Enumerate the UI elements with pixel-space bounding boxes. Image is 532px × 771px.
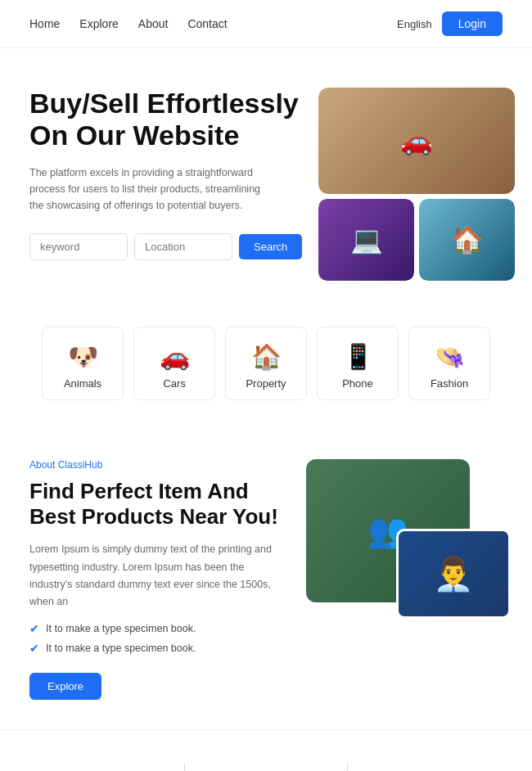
checkmark-icon-2: ✔ [29,642,39,655]
category-fashion[interactable]: 👒 Fashion [408,327,490,400]
nav-right: English Login [397,11,503,36]
nav-explore[interactable]: Explore [79,17,118,30]
check-item-1: ✔ It to make a type specimen book. [29,622,286,635]
nav-home[interactable]: Home [29,17,60,30]
fashion-label: Fashion [431,377,468,390]
hero-images: 🚗 💻 🏠 [318,88,515,281]
cars-icon: 🚗 [160,342,190,371]
location-input[interactable] [134,233,232,260]
stat-new-ads: 50K+ New ads Daily [356,763,503,771]
about-image-group: 👨‍💼 [396,529,511,619]
about-images: 👥 👨‍💼 [306,459,503,602]
hero-section: Buy/Sell Effortlessly On Our Website The… [0,48,532,310]
about-description: Lorem Ipsum is simply dummy text of the … [29,541,286,611]
hero-image-car: 🚗 [318,88,515,194]
check-item-2: ✔ It to make a type specimen book. [29,642,286,655]
house-icon: 🏠 [451,224,484,255]
keyword-input[interactable] [29,233,128,260]
fashion-icon: 👒 [435,342,465,371]
hero-search-bar: Search [29,233,302,260]
laptop-icon: 💻 [350,224,383,255]
property-icon: 🏠 [251,342,282,371]
phone-label: Phone [342,377,373,390]
about-title: Find Perfect Item And Best Products Near… [29,479,286,530]
stat-num-3: 50K+ [356,767,408,771]
about-section: About ClassiHub Find Perfect Item And Be… [0,430,532,729]
nav-about[interactable]: About [138,17,169,30]
stat-divider-1 [184,763,185,771]
check-label-2: It to make a type specimen book. [46,642,196,654]
property-label: Property [246,377,286,390]
login-button[interactable]: Login [442,11,503,36]
hero-image-house: 🏠 [419,199,515,281]
check-label-1: It to make a type specimen book. [46,623,196,634]
category-phone[interactable]: 📱 Phone [317,327,399,400]
navbar: Home Explore About Contact English Login [0,0,532,48]
nav-links: Home Explore About Contact [29,17,228,30]
hero-description: The platform excels in providing a strai… [29,165,275,214]
about-left: About ClassiHub Find Perfect Item And Be… [29,459,286,700]
language-select[interactable]: English [397,18,432,30]
hero-title: Buy/Sell Effortlessly On Our Website [29,88,302,151]
hero-image-laptop: 💻 [318,199,414,281]
category-animals[interactable]: 🐶 Animals [42,327,124,400]
car-icon: 🚗 [400,125,433,156]
stat-divider-2 [347,763,348,771]
category-property[interactable]: 🏠 Property [225,327,307,400]
stat-num-2: 250K+ [193,767,256,771]
group-icon: 👨‍💼 [433,555,474,593]
phone-icon: 📱 [343,342,373,371]
explore-button[interactable]: Explore [29,673,101,700]
stats-section: 10M+ Active Listings 250K+ Regular User … [0,729,532,771]
about-tag: About ClassiHub [29,459,286,471]
category-grid: 🐶 Animals 🚗 Cars 🏠 Property 📱 Phone 👒 Fa… [29,327,503,400]
categories-section: 🐶 Animals 🚗 Cars 🏠 Property 📱 Phone 👒 Fa… [0,310,532,430]
category-cars[interactable]: 🚗 Cars [133,327,215,400]
hero-left: Buy/Sell Effortlessly On Our Website The… [29,88,318,260]
animals-label: Animals [64,377,101,390]
search-button[interactable]: Search [239,234,302,259]
nav-contact[interactable]: Contact [187,17,227,30]
stat-active-listings: 10M+ Active Listings [29,763,176,771]
animals-icon: 🐶 [68,342,98,371]
checkmark-icon-1: ✔ [29,622,39,635]
cars-label: Cars [163,377,185,390]
stat-num-1: 10M+ [29,767,83,771]
stat-regular-user: 250K+ Regular User [193,763,340,771]
